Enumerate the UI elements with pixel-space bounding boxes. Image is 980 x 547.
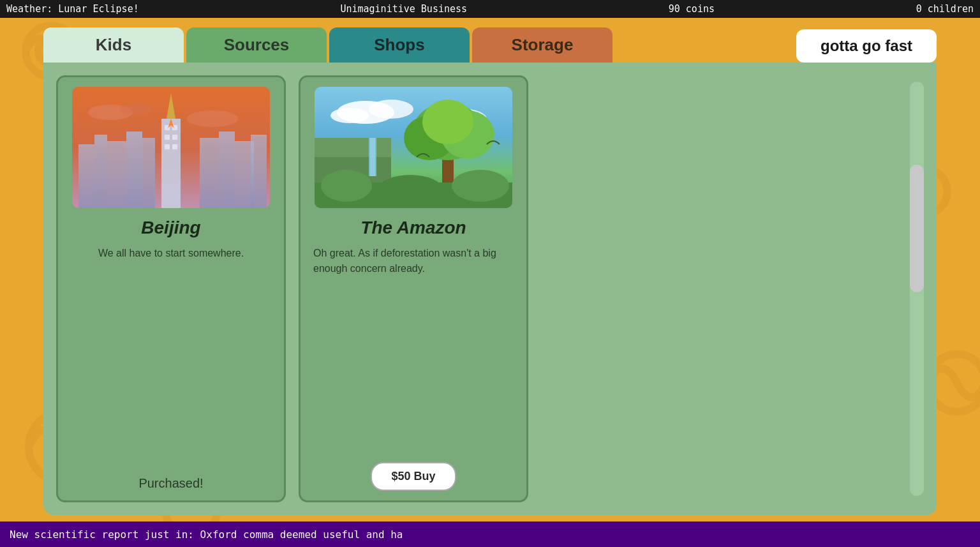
weather-label: Weather: Lunar Eclipse! — [6, 3, 139, 15]
svg-point-11 — [120, 103, 152, 115]
bottom-ticker: New scientific report just in: Oxford co… — [0, 521, 980, 547]
svg-point-34 — [330, 108, 369, 123]
card-amazon: The Amazon Oh great. As if deforestation… — [299, 75, 528, 502]
amazon-title: The Amazon — [360, 218, 466, 238]
scrollbar-thumb[interactable] — [910, 165, 924, 292]
content-panel: Beijing We all have to start somewhere. … — [43, 63, 937, 515]
children-label: 0 children — [916, 3, 974, 15]
svg-rect-39 — [370, 138, 375, 176]
top-bar: Weather: Lunar Eclipse! Unimaginitive Bu… — [0, 0, 980, 18]
svg-rect-26 — [165, 135, 170, 140]
svg-point-12 — [187, 110, 238, 127]
svg-point-33 — [369, 100, 413, 119]
tabs-row: Kids Sources Shops Storage gotta go fast — [43, 27, 937, 63]
svg-point-48 — [452, 170, 509, 202]
coins-label: 90 coins — [669, 3, 715, 15]
business-label: Unimaginitive Business — [340, 3, 467, 15]
card-beijing: Beijing We all have to start somewhere. … — [56, 75, 286, 502]
svg-rect-14 — [94, 135, 107, 208]
cards-area: Beijing We all have to start somewhere. … — [56, 75, 897, 502]
amazon-buy-button[interactable]: $50 Buy — [371, 462, 456, 491]
main-container: Kids Sources Shops Storage gotta go fast — [0, 18, 980, 521]
beijing-image — [72, 87, 270, 208]
ticker-text: New scientific report just in: Oxford co… — [10, 528, 403, 541]
tab-shops[interactable]: Shops — [329, 27, 470, 63]
beijing-status: Purchased! — [138, 476, 203, 491]
amazon-image — [315, 87, 512, 208]
svg-rect-16 — [126, 131, 142, 208]
beijing-title: Beijing — [141, 218, 200, 238]
svg-rect-22 — [161, 119, 181, 208]
svg-rect-27 — [172, 135, 177, 140]
svg-rect-29 — [172, 144, 177, 149]
svg-rect-37 — [315, 138, 391, 157]
beijing-description: We all have to start somewhere. — [95, 246, 247, 261]
svg-point-46 — [321, 170, 372, 202]
svg-rect-19 — [219, 131, 235, 208]
svg-point-44 — [422, 100, 473, 144]
svg-point-47 — [378, 175, 442, 203]
svg-rect-18 — [200, 138, 219, 208]
svg-rect-13 — [78, 144, 94, 208]
svg-rect-28 — [165, 144, 170, 149]
svg-rect-21 — [251, 135, 267, 208]
scrollbar-track[interactable] — [910, 82, 924, 496]
tab-kids[interactable]: Kids — [43, 27, 184, 63]
tab-speed[interactable]: gotta go fast — [796, 29, 937, 63]
amazon-description: Oh great. As if deforestation wasn't a b… — [310, 246, 517, 276]
svg-rect-15 — [107, 141, 126, 208]
svg-rect-17 — [142, 138, 155, 208]
tab-storage[interactable]: Storage — [472, 27, 612, 63]
tab-sources[interactable]: Sources — [186, 27, 327, 63]
